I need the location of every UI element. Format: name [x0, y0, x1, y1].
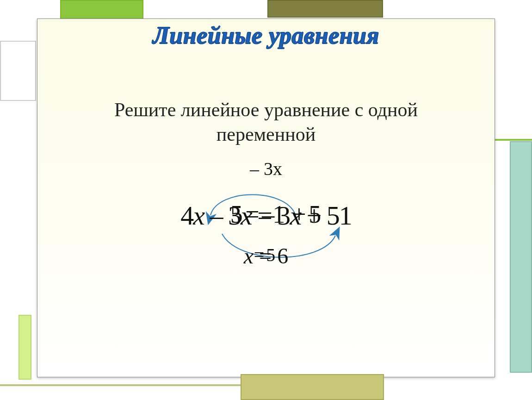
subtitle-line1: Решите линейное уравнение с одной — [114, 99, 418, 120]
subtitle-line2: переменной — [217, 124, 315, 145]
math-main-equation: 4x – 3x = 3x + 51 5 = –1 + 5 — [180, 200, 352, 231]
math-above: – 3x — [37, 158, 495, 180]
decor-rect-teal-right — [510, 141, 532, 373]
decor-rect-olive-bottom — [241, 374, 384, 400]
decor-rule-olive — [0, 384, 241, 386]
decor-rect-lime-left — [19, 315, 31, 380]
decor-rect-olive-top — [267, 0, 383, 18]
slide-body: Линейные уравнения Решите линейное уравн… — [37, 19, 495, 377]
slide-subtitle: Решите линейное уравнение с одной переме… — [37, 98, 495, 146]
slide-title: Линейные уравнения — [37, 22, 495, 49]
slide-stage: Линейные уравнения Решите линейное уравн… — [0, 0, 532, 400]
math-result: x = 6 = 5 — [37, 243, 495, 269]
decor-rect-white-left — [0, 41, 36, 101]
math-area: – 3x 4x – 3x = 3x + 51 5 = –1 + 5 — [37, 158, 495, 269]
